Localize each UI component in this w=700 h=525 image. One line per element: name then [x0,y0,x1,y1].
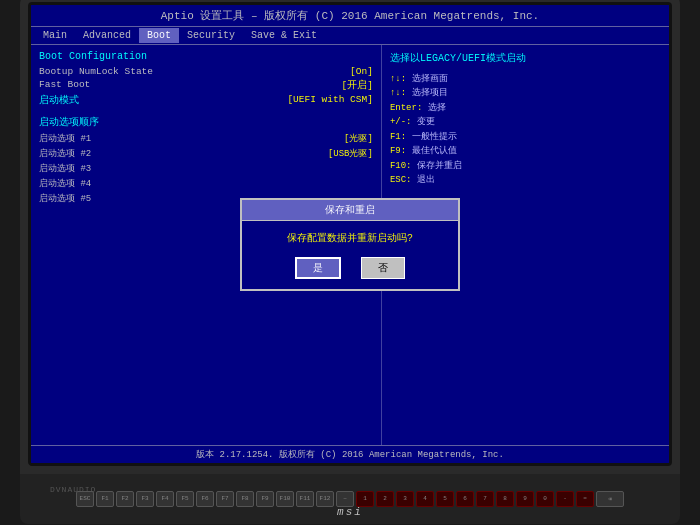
screen: Aptio 设置工具 – 版权所有 (C) 2016 American Mega… [28,2,672,466]
msi-logo: msi [337,506,363,518]
key-backspace[interactable]: ⌫ [596,491,624,507]
dvnaudio-label: DVNAUDIO [50,485,96,494]
menu-item-advanced[interactable]: Advanced [75,28,139,43]
key-f5[interactable]: F5 [176,491,194,507]
laptop-outer: Aptio 设置工具 – 版权所有 (C) 2016 American Mega… [20,0,680,474]
key-0[interactable]: 0 [536,491,554,507]
dialog-buttons: 是 否 [254,257,446,279]
key-8[interactable]: 8 [496,491,514,507]
key-minus[interactable]: - [556,491,574,507]
menu-item-boot[interactable]: Boot [139,28,179,43]
key-6[interactable]: 6 [456,491,474,507]
dialog-message: 保存配置数据并重新启动吗? [254,231,446,245]
bios-title: Aptio 设置工具 – 版权所有 (C) 2016 American Mega… [161,10,539,22]
key-2[interactable]: 2 [376,491,394,507]
key-f9[interactable]: F9 [256,491,274,507]
key-3[interactable]: 3 [396,491,414,507]
key-f4[interactable]: F4 [156,491,174,507]
status-bar: 版本 2.17.1254. 版权所有 (C) 2016 American Meg… [31,445,669,463]
laptop-container: Aptio 设置工具 – 版权所有 (C) 2016 American Mega… [20,0,680,525]
yes-button[interactable]: 是 [295,257,341,279]
bios-body: Boot Configuration Bootup NumLock State … [31,45,669,445]
key-5[interactable]: 5 [436,491,454,507]
key-f3[interactable]: F3 [136,491,154,507]
key-f10[interactable]: F10 [276,491,294,507]
menu-item-save-exit[interactable]: Save & Exit [243,28,325,43]
key-7[interactable]: 7 [476,491,494,507]
dialog-box: 保存和重启 保存配置数据并重新启动吗? 是 否 [240,198,460,291]
key-9[interactable]: 9 [516,491,534,507]
key-f11[interactable]: F11 [296,491,314,507]
key-f12[interactable]: F12 [316,491,334,507]
menu-item-main[interactable]: Main [35,28,75,43]
key-equals[interactable]: = [576,491,594,507]
title-bar: Aptio 设置工具 – 版权所有 (C) 2016 American Mega… [31,5,669,27]
key-f1[interactable]: F1 [96,491,114,507]
keyboard-keys: ESC F1 F2 F3 F4 F5 F6 F7 F8 F9 F10 F11 F… [30,491,670,507]
key-f8[interactable]: F8 [236,491,254,507]
menu-bar: Main Advanced Boot Security Save & Exit [31,27,669,45]
key-tilde[interactable]: ~ [336,491,354,507]
key-f7[interactable]: F7 [216,491,234,507]
keyboard-area: ESC F1 F2 F3 F4 F5 F6 F7 F8 F9 F10 F11 F… [20,474,680,524]
key-1[interactable]: 1 [356,491,374,507]
key-f2[interactable]: F2 [116,491,134,507]
key-f6[interactable]: F6 [196,491,214,507]
dialog-content: 保存配置数据并重新启动吗? 是 否 [242,221,458,289]
key-4[interactable]: 4 [416,491,434,507]
menu-item-security[interactable]: Security [179,28,243,43]
no-button[interactable]: 否 [361,257,405,279]
dialog-title: 保存和重启 [242,200,458,221]
dialog-overlay: 保存和重启 保存配置数据并重新启动吗? 是 否 [31,45,669,445]
